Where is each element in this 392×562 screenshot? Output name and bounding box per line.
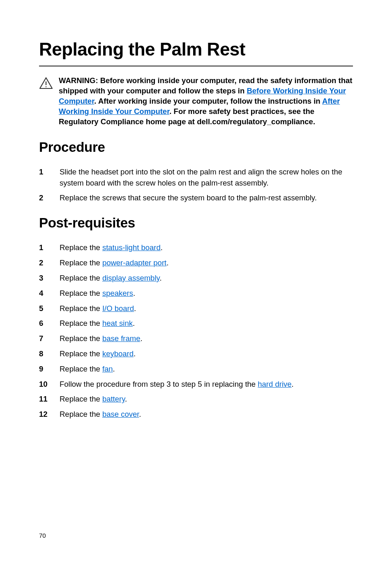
item-text: Replace the heat sink. xyxy=(60,318,353,329)
list-item: 5 Replace the I/O board. xyxy=(39,303,353,314)
list-item: 7 Replace the base frame. xyxy=(39,333,353,344)
link-hard-drive[interactable]: hard drive xyxy=(258,380,291,388)
item-text: Replace the power-adapter port. xyxy=(60,258,353,269)
item-number: 9 xyxy=(39,364,50,375)
item-text: Replace the base frame. xyxy=(60,333,353,344)
item-number: 12 xyxy=(39,409,50,420)
page-title: Replacing the Palm Rest xyxy=(39,39,353,67)
post-requisites-heading: Post-requisites xyxy=(39,215,353,231)
list-item: 8 Replace the keyboard. xyxy=(39,348,353,360)
item-text: Replace the battery. xyxy=(60,394,353,405)
item-number: 3 xyxy=(39,273,50,284)
list-item: 6 Replace the heat sink. xyxy=(39,318,353,329)
link-base-frame[interactable]: base frame xyxy=(102,334,141,343)
list-item: 11 Replace the battery. xyxy=(39,394,353,405)
warning-block: WARNING: Before working inside your comp… xyxy=(39,76,353,127)
link-status-light-board[interactable]: status-light board xyxy=(102,243,161,252)
list-item: 2 Replace the power-adapter port. xyxy=(39,258,353,269)
list-item: 1 Replace the status-light board. xyxy=(39,242,353,253)
item-text: Replace the I/O board. xyxy=(60,303,353,314)
item-number: 10 xyxy=(39,379,50,390)
link-base-cover[interactable]: base cover xyxy=(102,410,139,418)
post-requisites-list: 1 Replace the status-light board. 2 Repl… xyxy=(39,242,353,420)
item-number: 2 xyxy=(39,193,50,204)
warning-triangle-icon xyxy=(39,77,53,89)
warning-text: WARNING: Before working inside your comp… xyxy=(59,76,353,127)
item-number: 5 xyxy=(39,303,50,314)
link-display-assembly[interactable]: display assembly xyxy=(102,274,160,282)
item-number: 11 xyxy=(39,394,50,405)
item-number: 6 xyxy=(39,318,50,329)
item-number: 7 xyxy=(39,333,50,344)
list-item: 4 Replace the speakers. xyxy=(39,288,353,299)
page-number: 70 xyxy=(39,532,46,539)
link-io-board[interactable]: I/O board xyxy=(102,304,134,313)
item-number: 1 xyxy=(39,167,50,189)
item-text: Replace the base cover. xyxy=(60,409,353,420)
link-power-adapter-port[interactable]: power-adapter port xyxy=(102,258,166,267)
item-text: Replace the keyboard. xyxy=(60,348,353,360)
item-text: Replace the fan. xyxy=(60,364,353,375)
link-speakers[interactable]: speakers xyxy=(102,289,133,297)
link-battery[interactable]: battery xyxy=(102,395,125,403)
procedure-list: 1 Slide the headset port into the slot o… xyxy=(39,167,353,204)
warning-mid1: . After working inside your computer, fo… xyxy=(94,97,322,105)
list-item: 10 Follow the procedure from step 3 to s… xyxy=(39,379,353,390)
list-item: 9 Replace the fan. xyxy=(39,364,353,375)
list-item: 2 Replace the screws that secure the sys… xyxy=(39,193,353,204)
link-heat-sink[interactable]: heat sink xyxy=(102,319,133,327)
list-item: 12 Replace the base cover. xyxy=(39,409,353,420)
item-text: Follow the procedure from step 3 to step… xyxy=(60,379,353,390)
procedure-heading: Procedure xyxy=(39,139,353,155)
link-keyboard[interactable]: keyboard xyxy=(102,349,134,358)
item-text: Replace the status-light board. xyxy=(60,242,353,253)
item-number: 1 xyxy=(39,242,50,253)
item-text: Replace the screws that secure the syste… xyxy=(60,193,353,204)
item-number: 2 xyxy=(39,258,50,269)
item-text: Slide the headset port into the slot on … xyxy=(60,167,353,189)
list-item: 1 Slide the headset port into the slot o… xyxy=(39,167,353,189)
item-number: 8 xyxy=(39,348,50,360)
item-number: 4 xyxy=(39,288,50,299)
link-fan[interactable]: fan xyxy=(102,365,113,373)
item-text: Replace the speakers. xyxy=(60,288,353,299)
item-text: Replace the display assembly. xyxy=(60,273,353,284)
document-page: Replacing the Palm Rest WARNING: Before … xyxy=(0,0,392,420)
list-item: 3 Replace the display assembly. xyxy=(39,273,353,284)
